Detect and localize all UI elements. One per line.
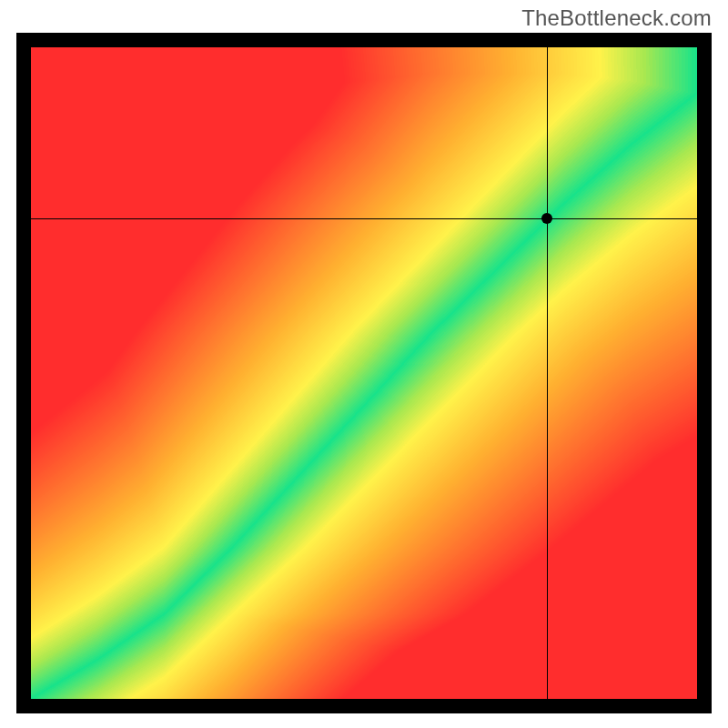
watermark-text: TheBottleneck.com [521, 5, 712, 31]
heatmap-plot [16, 33, 712, 713]
heatmap-canvas [31, 47, 697, 699]
